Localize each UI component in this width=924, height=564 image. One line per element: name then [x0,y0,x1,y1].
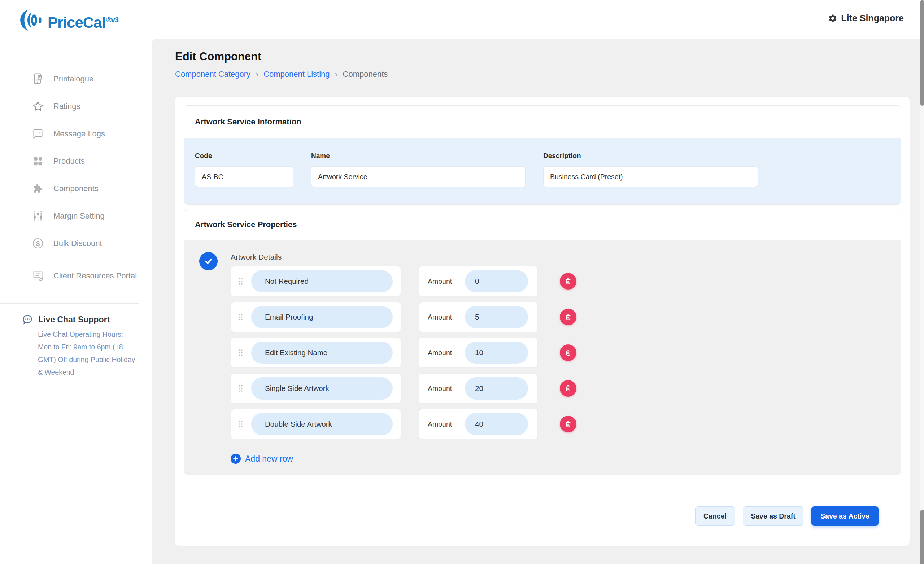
page-title: Edit Component [175,49,910,64]
scrollbar-thumb[interactable] [920,0,924,106]
save-as-active-button[interactable]: Save as Active [812,506,879,526]
amount-input[interactable] [465,413,528,435]
section-title: Artwork Service Properties [195,220,297,229]
cancel-button[interactable]: Cancel [695,506,735,526]
sidebar-item-message-logs[interactable]: Message Logs [0,120,152,148]
amount-input[interactable] [465,270,528,292]
artwork-row: Amount [231,338,890,368]
code-field[interactable] [195,166,294,187]
delete-row-button[interactable] [560,416,576,432]
amount-label: Amount [428,349,452,357]
drag-handle-icon[interactable] [236,385,245,392]
sidebar-item-label: Components [53,183,99,194]
name-field[interactable] [311,166,525,187]
pricecal-logo-icon [18,9,44,32]
amount-card: Amount [418,373,538,404]
live-chat-support[interactable]: Live Chat Support Live Chat Operating Ho… [0,304,152,378]
scrollbar-thumb[interactable] [920,510,924,564]
printalogue-icon [32,73,44,85]
sidebar-item-ratings[interactable]: Ratings [0,93,152,120]
main-content: Edit Component Component Category › Comp… [152,39,920,564]
sidebar-item-components[interactable]: Components [0,175,152,202]
artwork-row: Amount [231,302,890,332]
chat-bubble-icon [22,314,33,325]
amount-input[interactable] [465,377,528,399]
sidebar-item-label: Client Resources Portal [53,271,137,281]
description-label: Description [543,151,758,160]
brand-version: ®v3 [106,16,118,24]
add-new-row-label: Add new row [245,454,293,464]
top-bar: PriceCal®v3 Lite Singapore [0,0,920,39]
artwork-row: Amount [231,373,890,404]
live-chat-title: Live Chat Support [38,315,110,325]
chevron-right-icon: › [255,69,258,79]
drag-handle-icon[interactable] [236,313,245,320]
artwork-name-card [231,338,401,368]
region-label: Lite Singapore [841,13,904,24]
amount-label: Amount [428,313,452,321]
artwork-name-input[interactable] [251,413,393,435]
drag-handle-icon[interactable] [236,420,245,428]
delete-row-button[interactable] [560,380,576,397]
amount-card: Amount [418,266,538,296]
breadcrumb-components: Components [343,70,388,79]
breadcrumb-component-listing[interactable]: Component Listing [264,70,330,79]
artwork-name-card [231,409,401,439]
sidebar-item-bulk-discount[interactable]: $ Bulk Discount [0,230,152,257]
artwork-details-label: Artwork Details [231,252,890,262]
amount-label: Amount [428,384,452,393]
breadcrumb: Component Category › Component Listing ›… [175,69,910,80]
name-label: Name [311,151,525,160]
save-as-draft-button[interactable]: Save as Draft [743,506,804,526]
sidebar-item-label: Products [53,156,85,167]
delete-row-button[interactable] [560,344,576,361]
sidebar-item-label: Ratings [53,101,81,112]
brand-name: PriceCal®v3 [48,9,118,34]
artwork-name-card [231,266,401,296]
code-label: Code [195,151,294,160]
sidebar-item-label: Printalogue [53,73,93,84]
artwork-name-input[interactable] [251,270,393,292]
drag-handle-icon[interactable] [236,349,245,356]
brand-logo[interactable]: PriceCal®v3 [18,9,118,34]
delete-row-button[interactable] [560,309,576,325]
artwork-name-input[interactable] [251,341,393,364]
amount-card: Amount [418,338,538,368]
sidebar-item-client-resources-portal[interactable]: Client Resources Portal [0,257,152,295]
puzzle-icon [32,183,44,195]
sidebar: Printalogue Ratings Message Logs [0,39,152,564]
region-selector[interactable]: Lite Singapore [828,13,904,24]
sidebar-item-products[interactable]: Products [0,148,152,175]
description-field[interactable] [543,166,758,187]
sidebar-item-label: Margin Setting [53,211,105,221]
drag-handle-icon[interactable] [236,278,245,285]
sidebar-item-printalogue[interactable]: Printalogue [0,65,152,93]
amount-label: Amount [428,277,452,286]
artwork-name-card [231,373,401,404]
amount-input[interactable] [465,341,528,364]
add-new-row-button[interactable]: Add new row [231,454,890,464]
artwork-name-input[interactable] [251,377,393,399]
sliders-icon [32,210,44,222]
artwork-name-input[interactable] [251,306,393,328]
chat-icon [32,128,44,140]
svg-text:$: $ [36,240,40,247]
breadcrumb-component-category[interactable]: Component Category [175,70,250,79]
amount-card: Amount [418,409,538,439]
section-title: Artwork Service Information [195,117,302,127]
plus-icon [231,454,241,464]
gear-icon [828,14,837,23]
live-chat-hours: Live Chat Operating Hours: Mon to Fri: 9… [38,328,135,378]
artwork-details-checkbox[interactable] [199,252,218,271]
artwork-service-information-section: Artwork Service Information Code Name De… [184,105,901,205]
star-icon [32,100,44,112]
document-star-icon [32,270,44,282]
page-scrollbar[interactable] [920,0,924,564]
sidebar-item-margin-setting[interactable]: Margin Setting [0,202,152,230]
delete-row-button[interactable] [560,273,576,290]
edit-component-card: Artwork Service Information Code Name De… [175,97,910,546]
grid-icon [32,155,44,167]
sidebar-item-label: Bulk Discount [53,238,102,249]
form-actions: Cancel Save as Draft Save as Active [184,506,901,526]
amount-input[interactable] [465,306,528,328]
